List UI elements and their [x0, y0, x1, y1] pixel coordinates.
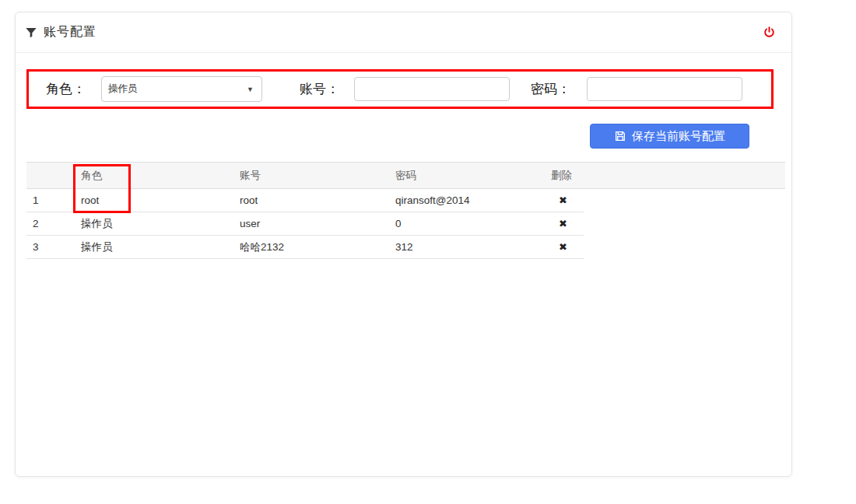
power-icon[interactable]: [760, 24, 777, 41]
page: 账号配置 角色： 操作员 ▼ 账号： 密码：: [0, 0, 856, 504]
row-index: 1: [26, 194, 81, 206]
table-row: 2 操作员 user 0 ✖: [26, 212, 584, 236]
filter-form-annotated: 角色： 操作员 ▼ 账号： 密码：: [26, 69, 774, 109]
account-label: 账号：: [300, 80, 339, 98]
role-select[interactable]: 操作员 ▼: [101, 76, 262, 102]
account-input[interactable]: [354, 77, 510, 101]
col-account: 账号: [240, 169, 395, 183]
filter-funnel-icon: [25, 26, 37, 39]
save-button-label: 保存当前账号配置: [632, 129, 725, 144]
table-row: 3 操作员 哈哈2132 312 ✖: [26, 236, 584, 259]
save-account-config-button[interactable]: 保存当前账号配置: [590, 124, 749, 149]
row-index: 2: [26, 218, 81, 229]
delete-row-button[interactable]: ✖: [551, 218, 567, 229]
table-header-row: 角色 账号 密码 删除: [26, 162, 785, 189]
save-floppy-icon: [614, 130, 626, 142]
role-label: 角色：: [46, 80, 86, 98]
row-account: 哈哈2132: [240, 240, 395, 254]
table-row: 1 root root qiransoft@2014 ✖: [26, 189, 584, 212]
col-delete: 删除: [551, 169, 785, 183]
col-role: 角色: [81, 169, 240, 183]
card-header: 账号配置: [16, 12, 791, 53]
row-password: 0: [395, 218, 551, 229]
row-role: 操作员: [81, 217, 240, 231]
delete-row-button[interactable]: ✖: [551, 241, 567, 253]
row-role: root: [81, 194, 240, 206]
chevron-down-icon: ▼: [247, 86, 254, 93]
table-body: 1 root root qiransoft@2014 ✖ 2 操作员 user …: [26, 189, 584, 259]
col-password: 密码: [395, 169, 551, 183]
password-input[interactable]: [587, 77, 742, 101]
row-password: 312: [395, 241, 551, 253]
row-role: 操作员: [81, 240, 240, 254]
delete-row-button[interactable]: ✖: [551, 194, 567, 206]
page-title: 账号配置: [44, 24, 96, 40]
account-config-card: 账号配置 角色： 操作员 ▼ 账号： 密码：: [15, 12, 792, 477]
row-account: user: [240, 218, 395, 229]
role-select-value: 操作员: [108, 82, 138, 96]
row-password: qiransoft@2014: [395, 194, 551, 206]
row-account: root: [240, 194, 395, 206]
row-index: 3: [26, 241, 81, 253]
password-label: 密码：: [531, 80, 570, 98]
